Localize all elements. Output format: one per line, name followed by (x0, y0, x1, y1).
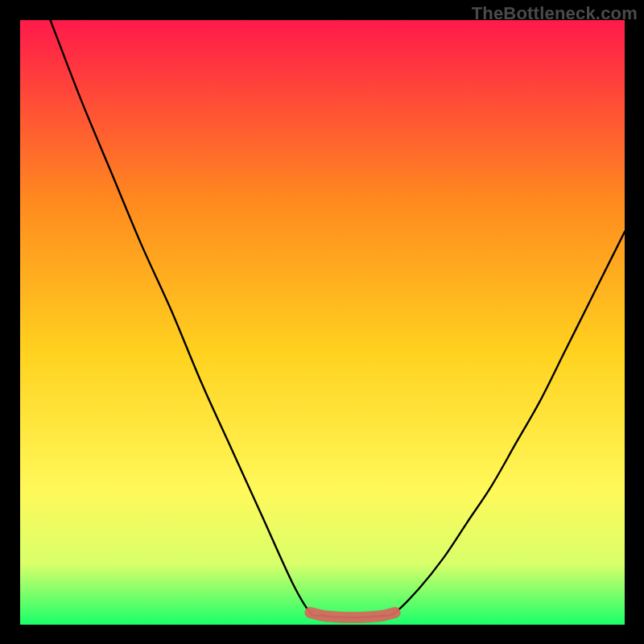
accent-valley (310, 613, 394, 617)
chart-frame (20, 20, 625, 625)
plot-svg (20, 20, 625, 625)
gradient-background (20, 20, 625, 625)
